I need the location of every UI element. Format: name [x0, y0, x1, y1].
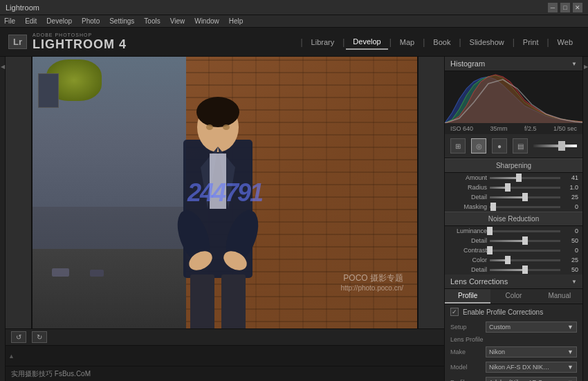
nr-color-label: Color: [449, 257, 487, 263]
sharpening-section-title: Sharpening: [445, 158, 582, 173]
sharpening-radius-value: 1.0: [563, 184, 578, 191]
menubar: File Edit Develop Photo Settings Tools V…: [0, 15, 588, 28]
make-value: Nikon: [489, 349, 505, 355]
nr-detail-value: 50: [563, 237, 578, 244]
sharpening-masking-value: 0: [563, 203, 578, 210]
menu-settings[interactable]: Settings: [109, 17, 134, 25]
menu-edit[interactable]: Edit: [25, 17, 37, 25]
rotate-right-button[interactable]: ↻: [32, 331, 47, 343]
svg-rect-3: [197, 105, 239, 119]
left-panel: ◀: [0, 57, 6, 381]
tab-develop[interactable]: Develop: [346, 35, 387, 50]
dot-tool-button[interactable]: ●: [492, 138, 507, 154]
tone-slider[interactable]: [533, 145, 577, 147]
menu-file[interactable]: File: [4, 17, 15, 25]
menu-photo[interactable]: Photo: [82, 17, 100, 25]
window-title: Lightroom: [6, 3, 39, 12]
sharpening-detail-thumb: [522, 193, 528, 201]
nr-contrast-row: Contrast 0: [445, 245, 582, 255]
svg-rect-8: [210, 154, 226, 209]
person-silhouette: [149, 77, 287, 329]
nav-separator: |: [389, 37, 392, 47]
tab-web[interactable]: Web: [551, 35, 580, 49]
nr-contrast-label: Contrast: [449, 247, 487, 254]
nav-separator: |: [423, 37, 425, 47]
menu-tools[interactable]: Tools: [144, 17, 160, 25]
svg-point-4: [206, 124, 213, 130]
nr-detail-slider[interactable]: [490, 240, 560, 242]
filmstrip-area: ▲: [6, 345, 444, 366]
menu-view[interactable]: View: [170, 17, 185, 25]
adobe-label: ADOBE PHOTOSHOP: [33, 32, 127, 37]
lc-tab-manual[interactable]: Manual: [537, 289, 582, 304]
model-select[interactable]: Nikon AF-S DX NIKKOR 35mm... ▼: [486, 362, 577, 373]
sharpening-amount-slider[interactable]: [490, 177, 560, 179]
menu-help[interactable]: Help: [229, 17, 244, 25]
make-select[interactable]: Nikon ▼: [486, 346, 577, 357]
model-dropdown-icon: ▼: [567, 364, 573, 371]
tab-library[interactable]: Library: [304, 35, 342, 49]
tab-print[interactable]: Print: [516, 35, 546, 49]
enable-profile-corrections-checkbox[interactable]: ✓: [450, 308, 459, 316]
svg-rect-13: [190, 275, 214, 329]
sharpening-masking-row: Masking 0: [445, 202, 582, 212]
lc-tab-color[interactable]: Color: [490, 289, 536, 304]
enable-profile-corrections-label: Enable Profile Corrections: [463, 308, 543, 316]
sharpening-detail-label: Detail: [449, 194, 487, 201]
nr-contrast-thumb: [487, 246, 493, 254]
close-button[interactable]: ✕: [573, 3, 582, 12]
menu-develop[interactable]: Develop: [46, 17, 72, 25]
photo-area: ▲: [6, 57, 444, 381]
nr-color-row: Color 25: [445, 255, 582, 265]
left-panel-arrow: ◀: [1, 64, 5, 70]
nr-contrast-value: 0: [563, 247, 578, 254]
grid-tool-button[interactable]: ⊞: [450, 138, 466, 154]
setup-select[interactable]: Custom ▼: [486, 322, 577, 333]
sharpening-detail-slider[interactable]: [490, 196, 560, 198]
svg-rect-14: [221, 275, 246, 329]
sharpening-masking-thumb: [490, 203, 496, 211]
shutter-value: 1/50 sec: [553, 125, 577, 132]
histogram-canvas: [445, 71, 582, 123]
nr-color-slider[interactable]: [490, 259, 560, 261]
tab-book[interactable]: Book: [426, 35, 457, 49]
lc-tab-profile[interactable]: Profile: [445, 289, 490, 304]
nr-detail-thumb: [522, 236, 528, 245]
lc-tabs: Profile Color Manual: [445, 289, 582, 304]
setup-row: Setup Custom ▼: [445, 319, 582, 335]
lens-corrections-collapse-icon: ▼: [571, 279, 577, 285]
right-arrow-icon: ▶: [584, 64, 588, 70]
rotate-left-button[interactable]: ↺: [11, 331, 26, 343]
menu-window[interactable]: Window: [194, 17, 219, 25]
profile-select[interactable]: Adobe (Nikon AF-S DX NIKKO... ▼: [486, 377, 577, 381]
nr-color-detail-row: Detail 50: [445, 265, 582, 275]
nr-luminance-value: 0: [563, 227, 578, 234]
nr-luminance-slider[interactable]: [490, 230, 560, 232]
model-value: Nikon AF-S DX NIKKOR 35mm...: [489, 364, 551, 371]
maximize-button[interactable]: □: [560, 3, 570, 12]
nav-separator: |: [300, 37, 302, 47]
tool-strip: ⊞ ◎ ● ▤: [445, 134, 582, 158]
lens-corrections-header[interactable]: Lens Corrections ▼: [445, 275, 582, 289]
sharpening-radius-slider[interactable]: [490, 187, 560, 189]
minimize-button[interactable]: ─: [548, 3, 558, 12]
nr-color-detail-slider[interactable]: [490, 269, 560, 271]
nav-separator: |: [546, 37, 549, 47]
circle-tool-button[interactable]: ◎: [471, 138, 486, 154]
tab-map[interactable]: Map: [393, 35, 421, 49]
make-row: Make Nikon ▼: [445, 344, 582, 360]
sharpening-radius-label: Radius: [449, 184, 487, 191]
list-tool-button[interactable]: ▤: [513, 138, 528, 154]
histogram-label: Histogram: [450, 59, 485, 68]
nav-separator: |: [459, 37, 461, 47]
tab-slideshow[interactable]: Slideshow: [463, 35, 511, 49]
sharpening-detail-row: Detail 25: [445, 192, 582, 202]
sharpening-masking-slider[interactable]: [490, 206, 560, 208]
noise-reduction-section-title: Noise Reduction: [445, 212, 582, 226]
histogram-header[interactable]: Histogram ▼: [445, 57, 582, 71]
right-panel-collapse[interactable]: ▶: [582, 57, 588, 381]
lens-corrections-panel: Profile Color Manual ✓ Enable Profile Co…: [445, 289, 582, 381]
main-layout: Lr ADOBE PHOTOSHOP LIGHTROOM 4 | Library…: [0, 28, 588, 381]
nr-contrast-slider[interactable]: [490, 250, 560, 252]
lr-badge: Lr: [8, 35, 27, 49]
